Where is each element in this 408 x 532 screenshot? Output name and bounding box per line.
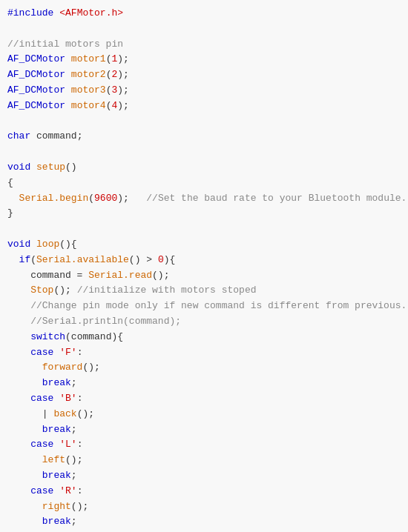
code-line-14: }: [7, 206, 401, 222]
code-line-29: case 'L':: [7, 437, 401, 453]
code-editor: #include <AFMotor.h> //initial motors pi…: [0, 0, 408, 532]
code-line-22: switch(command){: [7, 330, 401, 345]
code-line-12: {: [7, 176, 401, 191]
code-line-2: [7, 21, 401, 37]
code-line-20: //Change pin mode only if new command is…: [7, 299, 401, 314]
code-line-25: break;: [7, 376, 401, 391]
code-line-28: break;: [7, 422, 401, 438]
code-line-10: [7, 144, 401, 160]
code-line-21: //Serial.println(command);: [7, 314, 401, 330]
code-line-32: case 'R':: [7, 484, 401, 499]
code-line-15: [7, 222, 401, 237]
header-file: <AFMotor.h>: [59, 7, 123, 19]
code-line-5: AF_DCMotor motor2(2);: [7, 67, 401, 83]
code-line-6: AF_DCMotor motor3(3);: [7, 83, 401, 99]
code-line-26: case 'B':: [7, 391, 401, 407]
code-line-16: void loop(){: [7, 237, 401, 253]
code-line-23: case 'F':: [7, 345, 401, 361]
code-line-18: command = Serial.read();: [7, 268, 401, 284]
code-line-1: #include <AFMotor.h>: [7, 6, 401, 21]
macro-include: #include: [7, 7, 53, 19]
code-line-27: | back();: [7, 407, 401, 422]
code-line-8: [7, 114, 401, 130]
code-line-17: if(Serial.available() > 0){: [7, 253, 401, 268]
code-line-11: void setup(): [7, 160, 401, 176]
code-line-9: char command;: [7, 129, 401, 144]
code-line-19: Stop(); //initialize with motors stoped: [7, 283, 401, 299]
code-line-33: right();: [7, 499, 401, 515]
code-line-4: AF_DCMotor motor1(1);: [7, 52, 401, 67]
code-line-30: left();: [7, 453, 401, 468]
code-line-13: Serial.begin(9600); //Set the baud rate …: [7, 191, 401, 207]
code-line-24: forward();: [7, 360, 401, 376]
code-line-31: break;: [7, 468, 401, 484]
code-line-7: AF_DCMotor motor4(4);: [7, 99, 401, 114]
code-line-3: //initial motors pin: [7, 37, 401, 53]
code-line-34: break;: [7, 514, 401, 530]
